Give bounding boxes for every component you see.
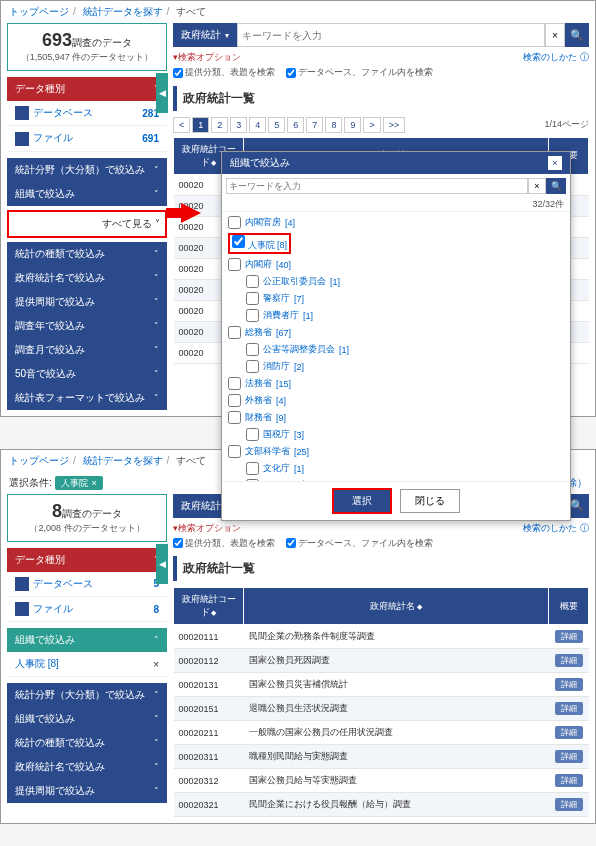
row-file[interactable]: ファイル8 <box>7 597 167 622</box>
bc-home[interactable]: トップページ <box>9 6 69 17</box>
modal-org-list[interactable]: 内閣官房 [4] 人事院 [8] 内閣府 [40] 公正取引委員会 [1] 警察… <box>222 211 570 481</box>
panel-field-filter[interactable]: 統計分野（大分類）で絞込み˅ <box>7 158 167 182</box>
detail-button[interactable]: 詳細 <box>555 750 583 763</box>
modal-close-button[interactable]: 閉じる <box>400 489 460 513</box>
table-row[interactable]: 00020151退職公務員生活状況調査詳細 <box>174 697 589 721</box>
page-4[interactable]: 4 <box>249 117 266 133</box>
table-row[interactable]: 00020112国家公務員死因調査詳細 <box>174 649 589 673</box>
table-row[interactable]: 00020131国家公務員災害補償統計詳細 <box>174 673 589 697</box>
modal-result-count: 32/32件 <box>222 198 570 211</box>
org-option[interactable]: 文化庁 [1] <box>228 460 564 477</box>
pagination: <123456789>>>1/14ページ <box>173 117 589 133</box>
org-option[interactable]: 人事院 [8] <box>228 231 564 256</box>
row-database[interactable]: データベース5 <box>7 572 167 597</box>
bc-home[interactable]: トップページ <box>9 455 69 466</box>
page-<[interactable]: < <box>173 117 190 133</box>
sidebar-collapse[interactable]: ◀ <box>156 544 168 584</box>
page-2[interactable]: 2 <box>211 117 228 133</box>
table-row[interactable]: 00020321民間企業における役員報酬（給与）調査詳細 <box>174 793 589 817</box>
cb-content-search[interactable]: データベース、ファイル内を検索 <box>286 66 433 79</box>
row-file[interactable]: ファイル691 <box>7 126 167 151</box>
col-code[interactable]: 政府統計コード <box>174 588 244 625</box>
search-button[interactable]: 🔍 <box>565 23 589 47</box>
modal-search-button[interactable]: 🔍 <box>546 178 566 194</box>
search-options-link[interactable]: ▾検索オプション <box>173 523 241 533</box>
active-filter-tag[interactable]: 人事院× <box>55 476 103 490</box>
bc-current: すべて <box>176 455 206 466</box>
view-all-button[interactable]: すべて見る ˅ <box>7 210 167 238</box>
modal-close-icon[interactable]: × <box>548 156 562 170</box>
filter-panel[interactable]: 組織で絞込み˅ <box>7 707 167 731</box>
section-title: 政府統計一覧 <box>173 86 589 111</box>
detail-button[interactable]: 詳細 <box>555 678 583 691</box>
org-option[interactable]: 外務省 [4] <box>228 392 564 409</box>
page->[interactable]: > <box>363 117 380 133</box>
search-help-link[interactable]: 検索のしかた ⓘ <box>523 522 589 535</box>
page-1[interactable]: 1 <box>192 117 209 133</box>
page-6[interactable]: 6 <box>287 117 304 133</box>
filter-panel[interactable]: 統計表フォーマットで絞込み˅ <box>7 386 167 410</box>
modal-search-clear[interactable]: × <box>528 178 546 194</box>
page-9[interactable]: 9 <box>344 117 361 133</box>
org-option[interactable]: 警察庁 [7] <box>228 290 564 307</box>
detail-button[interactable]: 詳細 <box>555 654 583 667</box>
col-name[interactable]: 政府統計名 <box>244 588 549 625</box>
filter-panel[interactable]: 政府統計名で絞込み˅ <box>7 266 167 290</box>
cb-title-search[interactable]: 提供分類、表題を検索 <box>173 537 275 550</box>
panel-data-type[interactable]: データ種別˅ <box>7 548 167 572</box>
table-row[interactable]: 00020111民間企業の勤務条件制度等調査詳細 <box>174 625 589 649</box>
cb-title-search[interactable]: 提供分類、表題を検索 <box>173 66 275 79</box>
page-5[interactable]: 5 <box>268 117 285 133</box>
search-clear[interactable]: × <box>545 23 565 47</box>
page-8[interactable]: 8 <box>325 117 342 133</box>
sidebar-collapse[interactable]: ◀ <box>156 73 168 113</box>
table-row[interactable]: 00020211一般職の国家公務員の任用状況調査詳細 <box>174 721 589 745</box>
search-help-link[interactable]: 検索のしかた ⓘ <box>523 51 589 64</box>
page-7[interactable]: 7 <box>306 117 323 133</box>
detail-button[interactable]: 詳細 <box>555 726 583 739</box>
search-scope-select[interactable]: 政府統計 <box>173 23 237 47</box>
detail-button[interactable]: 詳細 <box>555 630 583 643</box>
org-option[interactable]: 内閣官房 [4] <box>228 214 564 231</box>
modal-select-button[interactable]: 選択 <box>332 488 392 514</box>
modal-search-input[interactable] <box>226 178 528 194</box>
bc-browse[interactable]: 統計データを探す <box>83 455 163 466</box>
org-option[interactable]: 法務省 [15] <box>228 375 564 392</box>
page->>[interactable]: >> <box>383 117 406 133</box>
table-row[interactable]: 00020311職種別民間給与実態調査詳細 <box>174 745 589 769</box>
filter-panel[interactable]: 50音で絞込み˅ <box>7 362 167 386</box>
org-option[interactable]: 公正取引委員会 [1] <box>228 273 564 290</box>
filter-panel[interactable]: 調査年で絞込み˅ <box>7 314 167 338</box>
filter-panel[interactable]: 統計の種類で絞込み˅ <box>7 731 167 755</box>
filter-panel[interactable]: 統計の種類で絞込み˅ <box>7 242 167 266</box>
remove-icon[interactable]: × <box>153 659 159 670</box>
panel-data-type[interactable]: データ種別˅ <box>7 77 167 101</box>
org-option[interactable]: 内閣府 [40] <box>228 256 564 273</box>
filter-panel[interactable]: 統計分野（大分類）で絞込み˅ <box>7 683 167 707</box>
detail-button[interactable]: 詳細 <box>555 702 583 715</box>
filter-panel[interactable]: 提供周期で絞込み˅ <box>7 290 167 314</box>
org-option[interactable]: 文部科学省 [25] <box>228 443 564 460</box>
org-option[interactable]: 国税庁 [3] <box>228 426 564 443</box>
cb-content-search[interactable]: データベース、ファイル内を検索 <box>286 537 433 550</box>
detail-button[interactable]: 詳細 <box>555 798 583 811</box>
table-row[interactable]: 00020312国家公務員給与等実態調査詳細 <box>174 769 589 793</box>
org-option[interactable]: 消防庁 [2] <box>228 358 564 375</box>
org-option[interactable]: 財務省 [9] <box>228 409 564 426</box>
filter-panel[interactable]: 提供周期で絞込み˅ <box>7 779 167 803</box>
panel-org-filter[interactable]: 組織で絞込み˅ <box>7 182 167 206</box>
database-icon <box>15 106 29 120</box>
search-input[interactable] <box>237 23 545 47</box>
filter-panel[interactable]: 政府統計名で絞込み˅ <box>7 755 167 779</box>
org-filter-item[interactable]: 人事院 [8]× <box>7 652 167 677</box>
panel-org-filter[interactable]: 組織で絞込み˄ <box>7 628 167 652</box>
filter-panel[interactable]: 調査月で絞込み˅ <box>7 338 167 362</box>
page-3[interactable]: 3 <box>230 117 247 133</box>
bc-browse[interactable]: 統計データを探す <box>83 6 163 17</box>
org-option[interactable]: 消費者庁 [1] <box>228 307 564 324</box>
org-option[interactable]: 公害等調整委員会 [1] <box>228 341 564 358</box>
search-options-link[interactable]: ▾検索オプション <box>173 52 241 62</box>
org-option[interactable]: 総務省 [67] <box>228 324 564 341</box>
detail-button[interactable]: 詳細 <box>555 774 583 787</box>
row-database[interactable]: データベース281 <box>7 101 167 126</box>
